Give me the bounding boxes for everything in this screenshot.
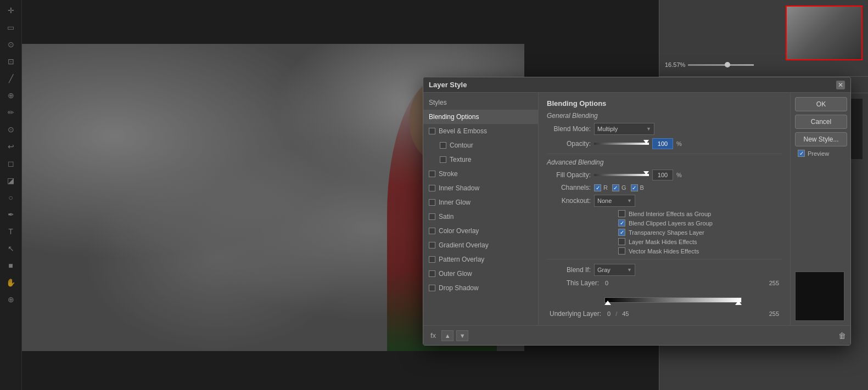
general-blending-title: General Blending xyxy=(547,112,782,120)
underlying-layer-min: 0 xyxy=(607,310,611,317)
channel-b-checkbox[interactable] xyxy=(631,184,638,191)
sidebar-item-drop-shadow[interactable]: Drop Shadow xyxy=(423,281,538,295)
this-layer-slider[interactable] xyxy=(604,295,742,305)
outer-glow-checkbox[interactable] xyxy=(429,270,435,277)
blend-if-dropdown[interactable]: Gray ▼ xyxy=(594,264,635,276)
stroke-checkbox[interactable] xyxy=(429,171,435,177)
vector-mask-hides-label: Vector Mask Hides Effects xyxy=(629,248,699,255)
bevel-emboss-checkbox[interactable] xyxy=(429,128,435,134)
sidebar-item-inner-glow[interactable]: Inner Glow xyxy=(423,195,538,210)
opacity-label: Opacity: xyxy=(547,140,591,148)
inner-glow-checkbox[interactable] xyxy=(429,199,435,206)
underlying-layer-max: 255 xyxy=(769,310,779,317)
underlying-layer-label-row: Underlying Layer: 0 / 45 255 xyxy=(550,310,782,318)
sidebar-pattern-overlay-label: Pattern Overlay xyxy=(439,256,484,263)
sidebar-item-outer-glow[interactable]: Outer Glow xyxy=(423,267,538,281)
blend-if-value: Gray xyxy=(597,267,611,273)
dialog-titlebar: Layer Style ✕ xyxy=(423,77,850,93)
sidebar-satin-label: Satin xyxy=(439,213,453,221)
blend-if-row: Blend If: Gray ▼ xyxy=(547,264,782,276)
blend-mode-dropdown[interactable]: Multiply ▼ xyxy=(594,123,654,135)
layer-mask-hides-checkbox[interactable] xyxy=(618,238,625,245)
move-down-button[interactable]: ▼ xyxy=(456,330,468,341)
sidebar-item-color-overlay[interactable]: Color Overlay xyxy=(423,224,538,238)
contour-checkbox[interactable] xyxy=(440,142,446,149)
this-layer-thumb-right xyxy=(735,301,742,305)
advanced-blending-title: Advanced Blending xyxy=(547,159,782,166)
divider-2 xyxy=(547,259,782,259)
blend-clipped-checkbox[interactable] xyxy=(618,219,625,227)
sidebar-styles-label: Styles xyxy=(429,99,447,106)
sidebar-item-gradient-overlay[interactable]: Gradient Overlay xyxy=(423,238,538,252)
fill-opacity-slider-container xyxy=(594,174,649,176)
new-style-button[interactable]: New Style... xyxy=(795,132,847,146)
vector-mask-hides-checkbox[interactable] xyxy=(618,247,625,255)
this-layer-label: This Layer: xyxy=(550,279,599,287)
sidebar-item-inner-shadow[interactable]: Inner Shadow xyxy=(423,181,538,195)
inner-shadow-checkbox[interactable] xyxy=(429,185,435,191)
this-layer-section: This Layer: 0 255 xyxy=(547,279,782,307)
channel-g-checkbox[interactable] xyxy=(612,184,619,191)
this-layer-thumb-left xyxy=(604,301,611,305)
layer-style-preview-area xyxy=(795,272,846,321)
vector-mask-hides-row: Vector Mask Hides Effects xyxy=(547,247,782,255)
opacity-slider-thumb xyxy=(643,140,649,144)
channel-r-checkbox[interactable] xyxy=(594,184,601,191)
sidebar-stroke-label: Stroke xyxy=(439,170,458,178)
panel-top: 16.57% xyxy=(659,0,868,77)
satin-checkbox[interactable] xyxy=(429,213,435,220)
sidebar-item-styles[interactable]: Styles xyxy=(423,95,538,110)
blend-interior-checkbox[interactable] xyxy=(618,210,625,217)
fill-opacity-input[interactable] xyxy=(652,169,673,180)
gradient-overlay-checkbox[interactable] xyxy=(429,242,435,248)
preview-row: Preview xyxy=(795,150,846,157)
this-layer-min: 0 xyxy=(605,280,608,286)
dialog-sidebar: Styles Blending Options Bevel & Emboss C… xyxy=(423,93,539,325)
sidebar-item-contour[interactable]: Contour xyxy=(423,138,538,152)
underlying-layer-mid: 45 xyxy=(622,310,629,317)
sidebar-blending-label: Blending Options xyxy=(429,113,479,121)
channels-label: Channels: xyxy=(547,184,591,191)
transparency-shapes-checkbox[interactable] xyxy=(618,229,625,236)
channels-checkboxes: R G B xyxy=(594,184,646,191)
fill-opacity-slider[interactable] xyxy=(594,174,649,176)
opacity-slider[interactable] xyxy=(594,143,649,145)
texture-checkbox[interactable] xyxy=(440,156,446,163)
drop-shadow-checkbox[interactable] xyxy=(429,285,435,291)
sidebar-drop-shadow-label: Drop Shadow xyxy=(439,284,479,292)
sidebar-item-bevel-emboss[interactable]: Bevel & Emboss xyxy=(423,124,538,138)
underlying-layer-label: Underlying Layer: xyxy=(550,310,601,318)
opacity-row: Opacity: 100 % xyxy=(547,138,782,149)
pattern-overlay-checkbox[interactable] xyxy=(429,256,435,263)
sidebar-item-pattern-overlay[interactable]: Pattern Overlay xyxy=(423,252,538,267)
dialog-actions: OK Cancel New Style... Preview xyxy=(790,93,850,325)
preview-checkbox[interactable] xyxy=(798,150,805,157)
cancel-button[interactable]: Cancel xyxy=(795,115,847,129)
blend-if-label: Blend If: xyxy=(547,266,591,274)
move-up-button[interactable]: ▲ xyxy=(441,330,453,341)
preview-label: Preview xyxy=(808,150,829,157)
layer-mask-hides-row: Layer Mask Hides Effects xyxy=(547,238,782,245)
sidebar-item-texture[interactable]: Texture xyxy=(423,152,538,167)
sidebar-item-blending-options[interactable]: Blending Options xyxy=(423,110,538,124)
underlying-layer-slash: / xyxy=(615,310,617,317)
fill-opacity-row: Fill Opacity: % xyxy=(547,169,782,180)
sidebar-item-satin[interactable]: Satin xyxy=(423,210,538,224)
sidebar-color-overlay-label: Color Overlay xyxy=(439,227,479,235)
fill-opacity-label: Fill Opacity: xyxy=(547,171,591,179)
this-layer-slider-wrapper xyxy=(604,293,742,307)
opacity-input[interactable]: 100 xyxy=(652,138,673,149)
sidebar-item-stroke[interactable]: Stroke xyxy=(423,167,538,181)
divider-1 xyxy=(547,154,782,154)
color-overlay-checkbox[interactable] xyxy=(429,228,435,234)
fill-opacity-thumb xyxy=(643,171,649,175)
zoom-slider[interactable] xyxy=(688,64,754,66)
ok-button[interactable]: OK xyxy=(795,97,847,111)
dialog-main-content: Blending Options General Blending Blend … xyxy=(539,93,790,325)
sidebar-contour-label: Contour xyxy=(450,142,473,149)
fx-button[interactable]: fx xyxy=(428,330,439,341)
blend-interior-row: Blend Interior Effects as Group xyxy=(547,210,782,217)
knockout-dropdown[interactable]: None ▼ xyxy=(594,195,635,207)
dialog-close-button[interactable]: ✕ xyxy=(836,81,845,89)
delete-button[interactable]: 🗑 xyxy=(838,331,846,340)
